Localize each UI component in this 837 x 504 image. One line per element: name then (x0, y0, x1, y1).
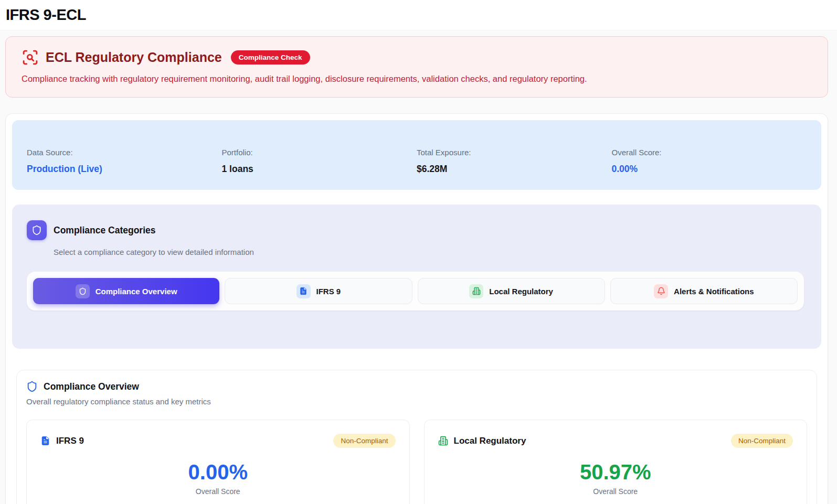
metric-score-label: Overall Score (40, 487, 396, 496)
categories-header: Compliance Categories (27, 220, 804, 240)
categories-title: Compliance Categories (54, 225, 156, 236)
tab-label: Compliance Overview (96, 287, 177, 296)
summary-item-total-exposure: Total Exposure: $6.28M (417, 148, 612, 190)
tab-ifrs-9[interactable]: IFRS 9 (225, 278, 412, 304)
tab-local-regulatory[interactable]: Local Regulatory (418, 278, 605, 304)
shield-icon (76, 284, 90, 298)
summary-label: Data Source: (27, 148, 222, 157)
banner-title-row: ECL Regulatory Compliance Compliance Che… (22, 49, 812, 66)
metric-name-row: Local Regulatory (438, 436, 526, 446)
compliance-check-badge: Compliance Check (231, 50, 310, 65)
status-badge: Non-Compliant (731, 434, 793, 448)
tab-label: Local Regulatory (489, 287, 553, 296)
summary-value: 0.00% (612, 164, 807, 175)
summary-label: Overall Score: (612, 148, 807, 157)
compliance-categories-section: Compliance Categories Select a complianc… (12, 205, 821, 349)
tab-label: IFRS 9 (316, 287, 341, 296)
building-icon (469, 284, 483, 298)
summary-item-data-source: Data Source: Production (Live) (27, 148, 222, 190)
portfolio-summary-bar: Data Source: Production (Live) Portfolio… (12, 120, 821, 190)
metric-name: Local Regulatory (454, 436, 526, 446)
regulatory-compliance-banner: ECL Regulatory Compliance Compliance Che… (5, 36, 828, 98)
status-badge: Non-Compliant (333, 434, 395, 448)
metric-name: IFRS 9 (56, 436, 84, 446)
summary-value: Production (Live) (27, 164, 222, 175)
summary-value: 1 loans (222, 164, 417, 175)
banner-description: Compliance tracking with regulatory requ… (22, 74, 812, 84)
metric-name-row: IFRS 9 (40, 436, 84, 446)
page-title: IFRS 9-ECL (6, 6, 837, 24)
metric-card-header: Local Regulatory Non-Compliant (438, 434, 793, 448)
main-content-card: Data Source: Production (Live) Portfolio… (5, 113, 828, 504)
file-text-icon (40, 436, 50, 446)
shield-icon (26, 381, 38, 392)
metric-score: 50.97% (438, 460, 793, 484)
shield-icon (27, 220, 47, 240)
scan-search-icon (22, 49, 39, 66)
tab-label: Alerts & Notifications (674, 287, 754, 296)
building-icon (438, 436, 448, 446)
compliance-overview-card: Compliance Overview Overall regulatory c… (16, 370, 817, 504)
banner-title: ECL Regulatory Compliance (46, 50, 222, 65)
summary-label: Total Exposure: (417, 148, 612, 157)
overview-title: Compliance Overview (44, 381, 139, 392)
metric-card-ifrs9: IFRS 9 Non-Compliant 0.00% Overall Score (26, 420, 410, 504)
app-header: IFRS 9-ECL (0, 0, 837, 30)
metric-score: 0.00% (40, 460, 396, 484)
metric-card-local-regulatory: Local Regulatory Non-Compliant 50.97% Ov… (424, 420, 808, 504)
tab-compliance-overview[interactable]: Compliance Overview (33, 278, 219, 304)
file-text-icon (296, 284, 311, 298)
metric-card-header: IFRS 9 Non-Compliant (40, 434, 396, 448)
summary-label: Portfolio: (222, 148, 417, 157)
overview-header: Compliance Overview (26, 381, 807, 392)
category-tab-bar: Compliance Overview IFRS 9 (27, 272, 804, 310)
metric-score-label: Overall Score (438, 487, 793, 496)
overview-subtitle: Overall regulatory compliance status and… (26, 397, 807, 406)
overview-metric-grid: IFRS 9 Non-Compliant 0.00% Overall Score (26, 420, 807, 504)
summary-value: $6.28M (417, 164, 612, 175)
summary-item-overall-score: Overall Score: 0.00% (612, 148, 807, 190)
bell-icon (654, 284, 668, 298)
summary-item-portfolio: Portfolio: 1 loans (222, 148, 417, 190)
categories-subtitle: Select a compliance category to view det… (54, 248, 804, 256)
tab-alerts-notifications[interactable]: Alerts & Notifications (610, 278, 798, 304)
